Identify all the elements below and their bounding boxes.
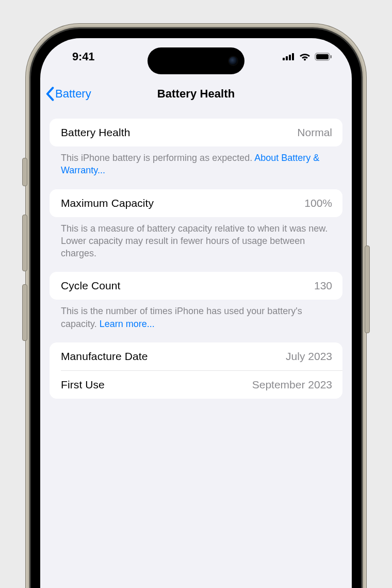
cycle-count-value: 130	[314, 280, 332, 292]
cellular-icon	[283, 53, 295, 60]
status-bar: 9:41	[40, 38, 352, 75]
content: Battery Health Normal This iPhone batter…	[40, 119, 352, 588]
footer-battery-health-text: This iPhone battery is performing as exp…	[61, 153, 254, 163]
svg-rect-7	[331, 55, 332, 58]
row-battery-health[interactable]: Battery Health Normal	[50, 119, 342, 146]
svg-rect-6	[316, 54, 329, 59]
side-button-action	[22, 158, 27, 186]
footer-battery-health: This iPhone battery is performing as exp…	[50, 146, 342, 177]
manufacture-date-value: July 2023	[286, 350, 332, 363]
battery-icon	[315, 53, 332, 61]
battery-health-label: Battery Health	[61, 126, 130, 139]
first-use-label: First Use	[61, 379, 105, 391]
svg-point-4	[304, 58, 306, 60]
svg-rect-2	[289, 55, 291, 60]
side-button-power	[365, 246, 370, 333]
group-dates: Manufacture Date July 2023 First Use Sep…	[50, 342, 342, 399]
footer-cycle-count: This is the number of times iPhone has u…	[50, 300, 342, 330]
card-cycle-count: Cycle Count 130	[50, 272, 342, 300]
max-capacity-value: 100%	[304, 197, 332, 209]
battery-health-value: Normal	[297, 126, 332, 139]
first-use-value: September 2023	[252, 379, 332, 391]
side-button-volume-up	[22, 215, 27, 271]
svg-rect-1	[286, 56, 288, 60]
row-manufacture-date[interactable]: Manufacture Date July 2023	[50, 342, 342, 370]
card-max-capacity: Maximum Capacity 100%	[50, 189, 342, 217]
svg-rect-3	[292, 53, 294, 60]
row-first-use[interactable]: First Use September 2023	[50, 371, 342, 399]
group-battery-health: Battery Health Normal This iPhone batter…	[50, 119, 342, 177]
screen: 9:41	[40, 38, 352, 588]
back-button[interactable]: Battery	[45, 87, 91, 101]
svg-rect-0	[283, 58, 285, 60]
page-title: Battery Health	[157, 87, 235, 101]
manufacture-date-label: Manufacture Date	[61, 350, 148, 363]
back-label: Battery	[55, 87, 91, 101]
side-button-volume-down	[22, 284, 27, 341]
footer-max-capacity: This is a measure of battery capacity re…	[50, 217, 342, 260]
wifi-icon	[299, 53, 311, 61]
card-battery-health: Battery Health Normal	[50, 119, 342, 146]
max-capacity-label: Maximum Capacity	[61, 197, 154, 209]
group-cycle-count: Cycle Count 130 This is the number of ti…	[50, 272, 342, 330]
status-time: 9:41	[72, 50, 94, 63]
nav-bar: Battery Battery Health	[40, 79, 352, 108]
phone-device-frame: 9:41	[31, 29, 361, 588]
chevron-left-icon	[45, 87, 54, 101]
group-max-capacity: Maximum Capacity 100% This is a measure …	[50, 189, 342, 260]
cycle-count-label: Cycle Count	[61, 280, 120, 292]
row-cycle-count[interactable]: Cycle Count 130	[50, 272, 342, 300]
cycle-count-learn-more-link[interactable]: Learn more...	[100, 319, 155, 329]
status-indicators	[283, 53, 332, 61]
footer-cycle-count-text: This is the number of times iPhone has u…	[61, 306, 302, 329]
row-max-capacity[interactable]: Maximum Capacity 100%	[50, 189, 342, 217]
card-dates: Manufacture Date July 2023 First Use Sep…	[50, 342, 342, 399]
